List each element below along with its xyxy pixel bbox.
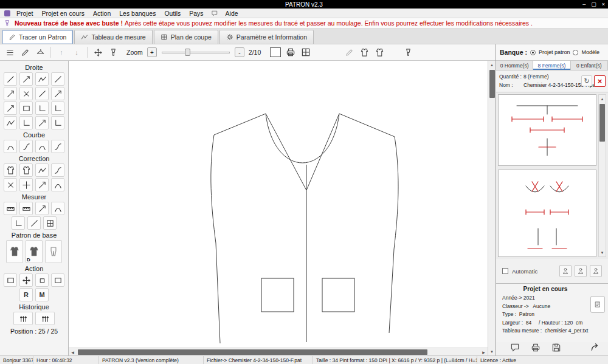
droite-tool-8[interactable] [51,87,64,100]
close-button[interactable]: × [602,1,605,7]
menu-action[interactable]: Action [89,10,115,17]
thumbnail-scroll-thumb[interactable] [599,104,605,142]
bank-tab-femmes[interactable]: 8 Femme(s) [533,61,570,70]
radio-modele-label[interactable]: Modèle [581,49,599,55]
drawing-canvas[interactable]: ▲ ▼ ◀ ▶ [69,61,496,355]
pattern-thumbnail-2[interactable] [498,170,596,257]
base-pattern-pants-button[interactable] [45,240,62,263]
scroll-up-icon[interactable]: ▲ [598,95,606,103]
droite-tool-2[interactable] [19,72,33,86]
radio-projet-patron[interactable] [530,50,536,55]
scroll-right-icon[interactable]: ▶ [480,348,488,356]
pattern-thumbnail-1[interactable] [498,94,596,166]
base-pattern-front-button[interactable] [6,240,23,263]
correction-tool-6[interactable] [19,178,33,191]
zoom-in-button[interactable]: + [147,47,157,57]
courbe-tool-3[interactable] [35,140,49,153]
droite-tool-14[interactable] [19,116,33,129]
background-swatch-button[interactable] [269,46,282,59]
droite-tool-9[interactable] [4,101,17,115]
scroll-down-icon[interactable]: ▼ [598,249,606,256]
courbe-tool-1[interactable] [4,140,17,153]
mesurer-tool-4[interactable] [51,202,64,215]
menu-aide[interactable]: Aide [221,10,243,17]
mirror-button[interactable]: M [35,288,49,301]
droite-tool-13[interactable] [4,116,17,129]
droite-tool-16[interactable] [51,116,64,129]
vertical-scroll-thumb[interactable] [489,70,495,98]
zoom-slider-thumb[interactable] [185,49,190,56]
droite-tool-5[interactable] [4,87,17,100]
print-project-button[interactable] [530,342,541,354]
mesurer-tool-6[interactable] [27,216,41,230]
menu-projet-en-cours[interactable]: Projet en cours [37,10,89,17]
action-tool-3[interactable] [35,273,49,287]
scroll-up-icon[interactable]: ▲ [488,61,496,69]
grid-button[interactable] [299,46,313,59]
mannequin-man-button[interactable] [575,265,587,277]
droite-tool-7[interactable] [35,87,49,100]
scroll-left-icon[interactable]: ◀ [69,348,77,356]
edit-project-button[interactable] [590,296,605,313]
redo-history-button[interactable] [35,312,55,325]
action-tool-1[interactable] [4,273,17,287]
draw-button[interactable] [18,46,32,59]
droite-tool-11[interactable] [35,101,49,115]
radio-modele[interactable] [573,50,578,55]
menu-les-banques[interactable]: Les banques [115,10,160,17]
bank-tab-enfants[interactable]: 0 Enfant(s) [571,61,608,70]
correction-tool-4[interactable] [51,163,64,177]
droite-tool-4[interactable] [51,72,64,86]
pointer-lamp-button[interactable] [106,46,120,59]
comment-button[interactable] [510,342,520,354]
annotate-button[interactable] [342,46,356,59]
courbe-tool-4[interactable] [51,140,64,153]
mannequin-child-button[interactable] [590,265,602,277]
automatic-label[interactable]: Automatic [512,268,537,275]
bank-tab-hommes[interactable]: 0 Homme(s) [496,61,533,70]
minimize-button[interactable]: – [582,1,586,7]
action-tool-4[interactable] [51,273,64,287]
correction-tool-5[interactable] [4,178,17,191]
droite-tool-6[interactable] [19,87,33,100]
pan-button[interactable] [91,46,105,59]
close-bank-button[interactable]: × [594,75,606,87]
mesurer-tool-5[interactable] [12,216,25,230]
thumbnail-scrollbar[interactable]: ▲ ▼ [598,94,606,257]
menu-outils[interactable]: Outils [160,10,185,17]
action-tool-2[interactable] [19,273,33,287]
zoom-slider[interactable] [162,47,230,57]
layers-button[interactable] [3,46,16,59]
correction-tool-8[interactable] [51,178,64,191]
radio-projet-patron-label[interactable]: Projet patron [539,49,570,55]
droite-tool-15[interactable] [35,116,49,129]
droite-tool-1[interactable] [4,72,17,86]
correction-tool-7[interactable] [35,178,49,191]
correction-tool-2[interactable] [19,163,33,177]
zoom-out-button[interactable]: - [235,47,244,57]
courbe-tool-2[interactable] [19,140,33,153]
mesurer-tool-2[interactable] [19,202,33,215]
mesurer-tool-1[interactable] [4,202,17,215]
horizontal-scroll-thumb[interactable] [78,349,427,355]
scroll-down-icon[interactable]: ▼ [488,348,496,355]
save-project-button[interactable] [551,342,562,354]
menu-chat[interactable] [208,10,221,17]
droite-tool-3[interactable] [35,72,49,86]
tab-tracer-un-patron[interactable]: Tracer un Patron [2,30,73,44]
print-button[interactable] [284,46,297,59]
front-piece-button[interactable] [358,46,371,59]
mannequin-woman-button[interactable] [559,265,572,277]
tab-parametre-et-information[interactable]: Paramètre et Information [219,30,314,44]
droite-tool-10[interactable] [19,101,33,115]
menu-projet[interactable]: Projet [12,10,37,17]
mesurer-tool-3[interactable] [35,202,49,215]
mesurer-tool-7[interactable] [43,216,57,230]
tab-plan-de-coupe[interactable]: Plan de coupe [154,30,218,44]
highlight-button[interactable] [401,46,415,59]
back-piece-button[interactable] [373,46,386,59]
rotate-button[interactable]: R [19,288,33,301]
droite-tool-12[interactable] [51,101,64,115]
correction-tool-3[interactable] [35,163,49,177]
base-pattern-back-button[interactable]: D [26,240,43,263]
